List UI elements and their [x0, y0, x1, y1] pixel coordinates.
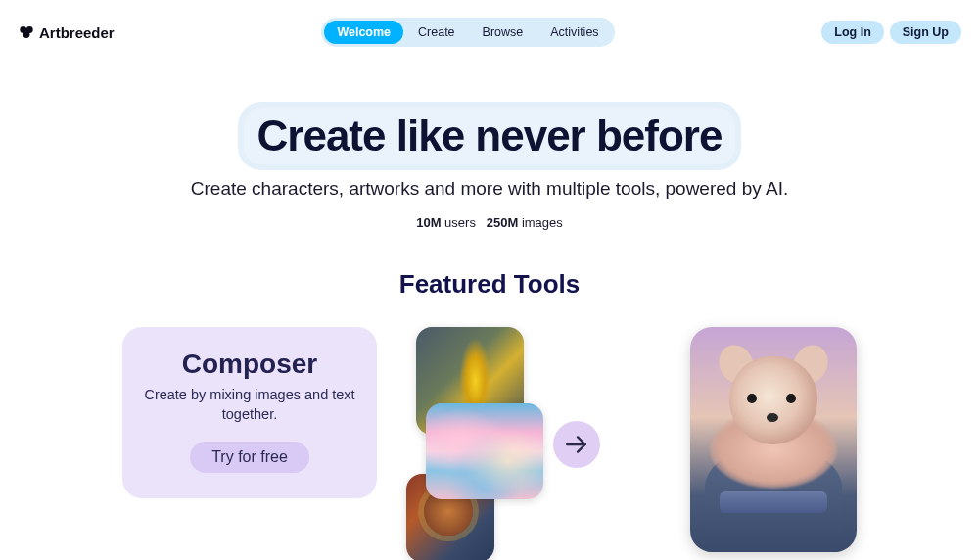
try-for-free-button[interactable]: Try for free: [190, 442, 309, 473]
nav-welcome[interactable]: Welcome: [324, 21, 403, 44]
svg-point-2: [23, 31, 30, 38]
featured-tools-heading: Featured Tools: [0, 269, 979, 300]
brand-name: Artbreeder: [39, 24, 115, 41]
featured-tools-row: Composer Create by mixing images and tex…: [0, 327, 979, 552]
hero-subtitle: Create characters, artworks and more wit…: [0, 178, 979, 200]
login-button[interactable]: Log In: [821, 21, 884, 44]
images-label: images: [522, 215, 563, 230]
auth-buttons: Log In Sign Up: [821, 21, 961, 44]
nav-browse[interactable]: Browse: [470, 21, 536, 44]
main-nav: Welcome Create Browse Activities: [321, 18, 614, 47]
brand-logo[interactable]: Artbreeder: [18, 24, 115, 41]
composer-card: Composer Create by mixing images and tex…: [122, 327, 377, 498]
users-label: users: [444, 215, 476, 230]
hero-title: Create like never before: [244, 108, 736, 164]
users-count: 10M: [416, 215, 441, 230]
hero-section: Create like never before Create characte…: [0, 108, 979, 230]
nav-create[interactable]: Create: [405, 21, 468, 44]
composer-input-cluster: [396, 327, 671, 552]
arrow-right-icon: [553, 421, 600, 468]
images-count: 250M: [487, 215, 519, 230]
sample-image-clouds: [426, 403, 543, 499]
nav-activities[interactable]: Activities: [537, 21, 611, 44]
composer-title: Composer: [140, 349, 359, 380]
hero-stats: 10M users 250M images: [0, 215, 979, 230]
composer-result-image: [690, 327, 857, 552]
signup-button[interactable]: Sign Up: [890, 21, 961, 44]
artbreeder-logo-icon: [18, 25, 35, 39]
composer-description: Create by mixing images and text togethe…: [140, 386, 359, 424]
header: Artbreeder Welcome Create Browse Activit…: [0, 0, 979, 47]
